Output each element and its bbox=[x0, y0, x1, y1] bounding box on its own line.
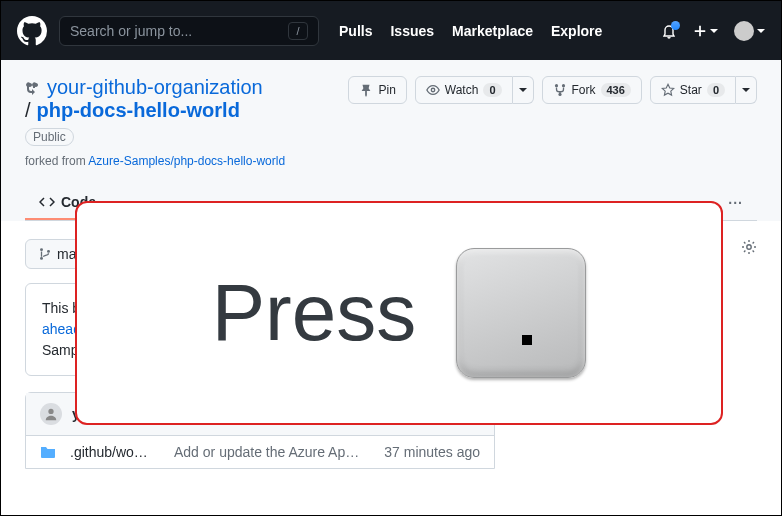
settings-gear-icon[interactable] bbox=[741, 239, 757, 255]
notifications-icon[interactable] bbox=[661, 23, 677, 39]
user-avatar-icon bbox=[734, 21, 754, 41]
repo-action-buttons: Pin Watch 0 Fork 436 Star 0 bbox=[348, 76, 757, 104]
caret-down-icon bbox=[742, 88, 750, 92]
file-commit-msg: Add or update the Azure Ap… bbox=[174, 444, 370, 460]
svg-point-7 bbox=[48, 409, 53, 414]
svg-point-8 bbox=[747, 245, 751, 249]
nav-marketplace[interactable]: Marketplace bbox=[452, 23, 533, 39]
create-new-dropdown[interactable] bbox=[693, 24, 718, 38]
press-label: Press bbox=[212, 267, 417, 359]
search-input[interactable]: Search or jump to... / bbox=[59, 16, 319, 46]
file-row[interactable]: .github/wo… Add or update the Azure Ap… … bbox=[26, 436, 494, 468]
pin-icon bbox=[359, 83, 373, 97]
svg-point-5 bbox=[40, 257, 43, 260]
caret-down-icon bbox=[710, 29, 718, 33]
repo-breadcrumb: your-github-organization bbox=[25, 76, 338, 99]
press-key-callout: Press bbox=[75, 201, 723, 425]
star-icon bbox=[661, 83, 675, 97]
slash-key-hint: / bbox=[288, 22, 308, 40]
repo-header: your-github-organization / php-docs-hell… bbox=[1, 60, 781, 221]
eye-icon bbox=[426, 83, 440, 97]
notification-badge bbox=[671, 21, 680, 30]
fork-button[interactable]: Fork 436 bbox=[542, 76, 642, 104]
nav-explore[interactable]: Explore bbox=[551, 23, 602, 39]
star-button[interactable]: Star 0 bbox=[650, 76, 736, 104]
nav-links: Pulls Issues Marketplace Explore bbox=[339, 23, 602, 39]
owner-link[interactable]: your-github-organization bbox=[47, 76, 263, 99]
user-menu[interactable] bbox=[734, 21, 765, 41]
repo-forked-icon bbox=[25, 80, 41, 96]
forked-from: forked from Azure-Samples/php-docs-hello… bbox=[25, 154, 338, 168]
github-logo-icon[interactable] bbox=[17, 16, 47, 46]
folder-icon bbox=[40, 444, 56, 460]
fork-source-link[interactable]: Azure-Samples/php-docs-hello-world bbox=[88, 154, 285, 168]
watch-button[interactable]: Watch 0 bbox=[415, 76, 513, 104]
code-icon bbox=[39, 194, 55, 210]
repo-link[interactable]: php-docs-hello-world bbox=[37, 99, 240, 122]
period-key-icon bbox=[456, 248, 586, 378]
file-commit-time: 37 minutes ago bbox=[384, 444, 480, 460]
watch-dropdown[interactable] bbox=[513, 76, 534, 104]
nav-pulls[interactable]: Pulls bbox=[339, 23, 372, 39]
header-right-icons bbox=[661, 21, 765, 41]
fork-icon bbox=[553, 83, 567, 97]
svg-point-6 bbox=[47, 250, 50, 253]
svg-point-0 bbox=[431, 88, 435, 92]
global-header: Search or jump to... / Pulls Issues Mark… bbox=[1, 1, 781, 60]
file-name: .github/wo… bbox=[70, 444, 160, 460]
search-placeholder: Search or jump to... bbox=[70, 23, 192, 39]
svg-point-4 bbox=[40, 248, 43, 251]
star-dropdown[interactable] bbox=[736, 76, 757, 104]
caret-down-icon bbox=[757, 29, 765, 33]
svg-point-2 bbox=[561, 84, 564, 87]
branch-icon bbox=[38, 247, 52, 261]
visibility-badge: Public bbox=[25, 128, 74, 146]
caret-down-icon bbox=[519, 88, 527, 92]
svg-point-1 bbox=[554, 84, 557, 87]
pin-button[interactable]: Pin bbox=[348, 76, 406, 104]
commit-avatar-icon bbox=[40, 403, 62, 425]
nav-issues[interactable]: Issues bbox=[390, 23, 434, 39]
